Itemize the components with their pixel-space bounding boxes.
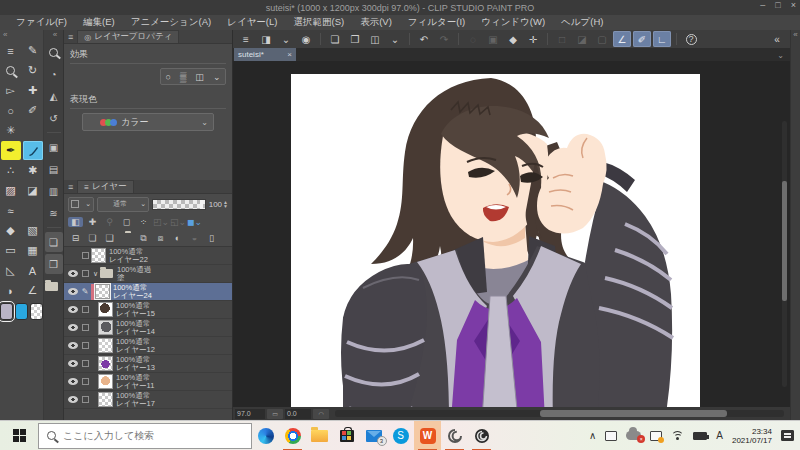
snap-to-special-ruler-button[interactable]: ✐ <box>633 31 651 47</box>
brush-tool-active[interactable] <box>23 141 43 160</box>
tone-panel-icon[interactable]: ≋ <box>45 203 63 223</box>
layer-checkbox[interactable] <box>82 396 89 403</box>
minimize-button[interactable]: – <box>760 0 765 10</box>
palette-color-dropdown[interactable]: ⌄ <box>68 197 94 212</box>
eraser-tool[interactable]: ◪ <box>23 181 43 200</box>
auto-select-tool[interactable]: ✳ <box>1 121 21 140</box>
menu-animation[interactable]: アニメーション(A) <box>123 16 220 29</box>
taskbar-app-explorer[interactable] <box>306 421 333 450</box>
current-tool-icon[interactable]: ✎ <box>23 41 43 60</box>
material-download-panel-icon[interactable]: ▤ <box>45 159 63 179</box>
panel-menu-icon[interactable]: ≡ <box>68 182 73 192</box>
transfer-down-icon[interactable]: ⧉ <box>136 233 151 244</box>
save-button[interactable]: ◫ <box>366 31 384 47</box>
effect-chevron-icon[interactable]: ⌄ <box>213 72 221 82</box>
figure-tool[interactable]: ▭ <box>1 241 21 260</box>
balloon-tool[interactable]: ◗ <box>1 281 21 300</box>
collapse-dock-icon[interactable]: « <box>50 30 57 41</box>
new-canvas-button[interactable]: ❏ <box>326 31 344 47</box>
tool-palette-menu-icon[interactable]: ≡ <box>1 41 21 60</box>
collapse-left-icon[interactable]: « <box>0 30 43 41</box>
tab-layer[interactable]: ≡ レイヤー <box>77 180 133 193</box>
flip-view-panel-icon[interactable]: ◭ <box>45 86 63 106</box>
layer-thumbnail[interactable] <box>98 392 113 407</box>
deselect-button[interactable]: ◌ <box>464 31 482 47</box>
layer-checkbox[interactable] <box>82 306 89 313</box>
layer-checkbox[interactable] <box>82 360 89 367</box>
vertical-scrollbar[interactable] <box>782 121 787 387</box>
visibility-eye-icon[interactable] <box>68 306 78 313</box>
selection-launcher-2[interactable]: ◪ <box>573 31 591 47</box>
merge-down-icon[interactable]: ⧈ <box>153 233 168 244</box>
taskbar-clock[interactable]: 23:34 2021/07/17 <box>732 427 772 445</box>
create-mask-icon[interactable]: ◐ <box>170 233 185 243</box>
history-panel-icon[interactable]: ↺ <box>45 108 63 128</box>
layer-thumbnail[interactable] <box>95 284 110 299</box>
snap-to-grid-button[interactable]: ∟ <box>653 31 671 47</box>
tab-list-chevron-icon[interactable]: ⌄ <box>777 51 784 60</box>
opacity-stepper[interactable]: ▲▼ <box>223 200 228 208</box>
transparent-color-swatch[interactable] <box>30 303 43 320</box>
new-folder-icon[interactable] <box>119 233 134 243</box>
taskbar-app-mail[interactable]: 3 <box>360 421 387 450</box>
workspace-icon[interactable]: ◨ <box>257 31 275 47</box>
zoom-tool[interactable] <box>1 61 21 80</box>
lasso-tool[interactable]: ○ <box>1 101 21 120</box>
collapse-right-dock-icon[interactable]: « <box>793 30 797 39</box>
pen-tool[interactable]: ✒ <box>1 141 21 160</box>
visibility-eye-icon[interactable] <box>68 360 78 367</box>
taskbar-app-clip-studio-paint[interactable] <box>468 421 495 450</box>
apply-mask-icon[interactable]: ◒ <box>187 233 202 243</box>
panel-menu-icon[interactable]: ≡ <box>68 32 73 42</box>
layer-thumbnail[interactable] <box>98 302 113 317</box>
vertical-scroll-thumb[interactable] <box>782 181 787 301</box>
layer-color-effect-icon[interactable]: ◫ <box>195 72 204 82</box>
menu-view[interactable]: 表示(V) <box>352 16 400 29</box>
taskbar-search[interactable] <box>38 423 252 449</box>
expression-color-dropdown[interactable]: カラー ⌄ <box>82 113 214 131</box>
decoration-tool[interactable]: ✱ <box>23 161 43 180</box>
start-button[interactable] <box>0 421 38 450</box>
layer-thumbnail[interactable] <box>98 356 113 371</box>
invert-selection-button[interactable]: ▣ <box>484 31 502 47</box>
horizontal-scrollbar[interactable] <box>335 410 784 417</box>
clip-to-layer-below-icon[interactable]: ◧ <box>68 217 83 227</box>
fill-button[interactable]: ◆ <box>504 31 522 47</box>
close-button[interactable]: × <box>791 0 796 10</box>
search-input[interactable] <box>63 430 223 441</box>
layer-row-14[interactable]: 100%通常レイヤー14 <box>64 319 232 337</box>
close-tab-icon[interactable]: × <box>287 50 292 59</box>
menu-layer[interactable]: レイヤー(L) <box>219 16 285 29</box>
gradient-tool[interactable]: ▧ <box>23 221 43 240</box>
draft-layer-icon[interactable]: ✚ <box>85 217 100 227</box>
menu-help[interactable]: ヘルプ(H) <box>553 16 611 29</box>
photos-tray-icon[interactable] <box>650 431 662 441</box>
layer-row-22[interactable]: 100%通常レイヤー22 <box>64 247 232 265</box>
layer-template-panel-icon[interactable]: ❐ <box>45 254 63 274</box>
visibility-eye-icon[interactable] <box>68 288 78 295</box>
wifi-icon[interactable] <box>671 431 684 441</box>
maximize-button[interactable]: □ <box>775 0 780 10</box>
pin-icon[interactable]: ⚲ <box>102 217 117 227</box>
main-menu-icon[interactable]: ≡ <box>237 31 255 47</box>
taskbar-app-skype[interactable]: S <box>387 421 414 450</box>
material-panel-icon[interactable]: ▣ <box>45 137 63 157</box>
layer-folder-row[interactable]: ∨ 100%通過塗 <box>64 265 232 283</box>
rotation-value[interactable]: 0.0 <box>285 409 311 419</box>
chevron-down-icon[interactable]: ⌄ <box>277 31 295 47</box>
eyedropper-tool[interactable]: ✐ <box>23 101 43 120</box>
hidden-icons-chevron[interactable]: ∧ <box>589 430 596 441</box>
lock-transparent-icon[interactable]: ⁘ <box>136 217 151 227</box>
layer-row-17[interactable]: 100%通常レイヤー17 <box>64 391 232 409</box>
layer-checkbox[interactable] <box>82 270 89 277</box>
zoom-value[interactable]: 97.0 <box>235 409 265 419</box>
menu-window[interactable]: ウィンドウ(W) <box>473 16 553 29</box>
taskbar-app-edge[interactable] <box>252 421 279 450</box>
layer-thumbnail[interactable] <box>98 374 113 389</box>
layer-row-24-selected[interactable]: ✎ 100%通常レイヤー24 <box>64 283 232 301</box>
undo-button[interactable]: ↶ <box>415 31 433 47</box>
divide-frame-icon[interactable]: ⊟ <box>68 233 83 243</box>
polyline-tool[interactable]: ◺ <box>1 261 21 280</box>
snap-to-ruler-button[interactable]: ∠ <box>613 31 631 47</box>
zoom-fit-button[interactable]: ▭ <box>267 409 283 419</box>
